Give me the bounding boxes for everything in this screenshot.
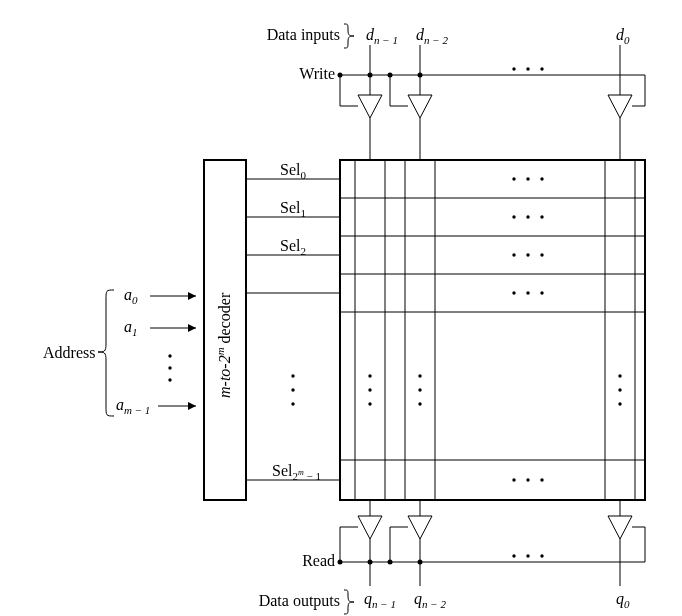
svg-point-79 [338, 560, 343, 565]
d-n1: dn − 1 [366, 26, 398, 46]
svg-point-53 [618, 402, 621, 405]
svg-point-4 [368, 73, 373, 78]
label-read: Read [302, 552, 335, 569]
svg-point-37 [526, 253, 529, 256]
svg-point-44 [540, 478, 543, 481]
svg-point-41 [540, 291, 543, 294]
svg-marker-70 [188, 402, 196, 410]
tri-buffer-in-last [608, 95, 632, 118]
svg-point-74 [512, 554, 515, 557]
q-n2: qn − 2 [414, 590, 446, 610]
svg-point-67 [168, 366, 171, 369]
svg-point-82 [388, 560, 393, 565]
brace-address [98, 290, 114, 416]
svg-point-32 [540, 177, 543, 180]
brace-data-outputs [344, 590, 354, 614]
label-write: Write [299, 65, 335, 82]
svg-point-51 [618, 374, 621, 377]
label-address: Address [43, 344, 95, 361]
svg-point-66 [168, 354, 171, 357]
am1: am − 1 [116, 396, 150, 416]
svg-marker-65 [188, 324, 196, 332]
svg-point-30 [512, 177, 515, 180]
svg-point-10 [418, 73, 423, 78]
memory-block-diagram: Data inputs dn − 1 dn − 2 d0 Write [0, 0, 682, 616]
svg-point-49 [418, 388, 421, 391]
d-0: d0 [616, 26, 630, 46]
svg-point-48 [418, 374, 421, 377]
sel0: Sel0 [280, 161, 306, 181]
svg-point-7 [338, 73, 343, 78]
tri-buffer-in-2 [408, 95, 432, 118]
tri-buffer-out-last [608, 516, 632, 539]
svg-marker-63 [188, 292, 196, 300]
svg-point-88 [418, 560, 423, 565]
svg-point-50 [418, 402, 421, 405]
svg-point-2 [540, 67, 543, 70]
brace-data-inputs [344, 24, 354, 48]
tri-buffer-out-2 [408, 516, 432, 539]
sel2: Sel2 [280, 237, 306, 257]
svg-point-43 [526, 478, 529, 481]
svg-point-33 [512, 215, 515, 218]
svg-point-46 [368, 388, 371, 391]
svg-point-34 [526, 215, 529, 218]
label-data-inputs: Data inputs [267, 26, 340, 44]
svg-point-40 [526, 291, 529, 294]
sel-last: Sel2m − 1 [272, 462, 321, 482]
svg-point-86 [368, 560, 373, 565]
a1: a1 [124, 318, 138, 338]
svg-point-38 [540, 253, 543, 256]
svg-point-59 [291, 374, 294, 377]
tri-buffer-out-1 [358, 516, 382, 539]
svg-point-39 [512, 291, 515, 294]
svg-point-68 [168, 378, 171, 381]
svg-point-0 [512, 67, 515, 70]
svg-point-75 [526, 554, 529, 557]
memory-array [340, 160, 645, 500]
svg-point-36 [512, 253, 515, 256]
a0: a0 [124, 286, 138, 306]
d-n2: dn − 2 [416, 26, 448, 46]
svg-point-13 [388, 73, 393, 78]
svg-point-42 [512, 478, 515, 481]
q-n1: qn − 1 [364, 590, 396, 610]
label-decoder: m-to-2m decoder [214, 292, 233, 398]
svg-point-52 [618, 388, 621, 391]
sel1: Sel1 [280, 199, 306, 219]
svg-point-61 [291, 402, 294, 405]
q-0: q0 [616, 590, 630, 610]
sel-lines [246, 179, 340, 480]
svg-point-76 [540, 554, 543, 557]
svg-point-35 [540, 215, 543, 218]
svg-point-45 [368, 374, 371, 377]
svg-point-60 [291, 388, 294, 391]
svg-point-1 [526, 67, 529, 70]
svg-point-47 [368, 402, 371, 405]
tri-buffer-in-1 [358, 95, 382, 118]
svg-point-31 [526, 177, 529, 180]
label-data-outputs: Data outputs [259, 592, 340, 610]
